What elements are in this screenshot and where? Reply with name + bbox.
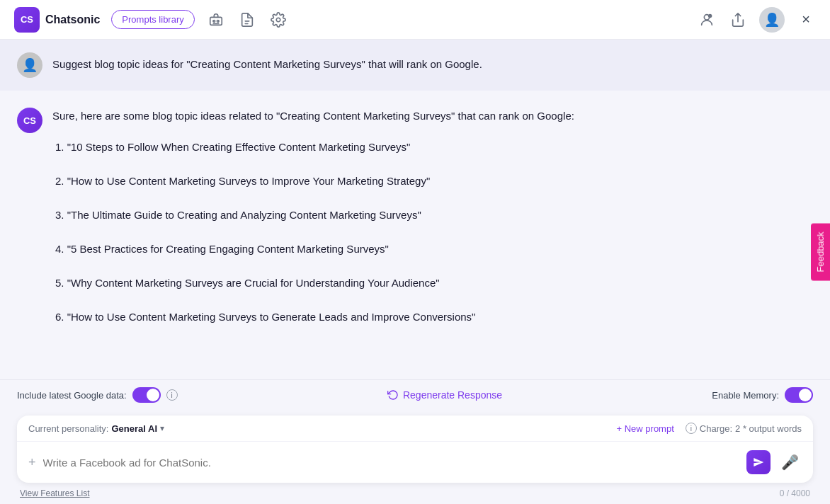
google-data-label: Include latest Google data: [17,390,127,401]
svg-point-1 [213,20,215,22]
user-settings-icon[interactable] [697,10,717,30]
input-container: Current personality: General AI ▾ + New … [17,416,813,483]
ai-avatar: CS [17,108,42,133]
header-icons [206,10,288,30]
ai-content: Sure, here are some blog topic ideas rel… [52,108,813,343]
charge-label: Charge: [700,423,732,434]
list-item: 1. "10 Steps to Follow When Creating Eff… [52,139,813,156]
word-count: 0 / 4000 [780,488,810,498]
list-item: 2. "How to Use Content Marketing Surveys… [52,173,813,190]
personality-dropdown[interactable]: General AI ▾ [111,423,164,434]
robot-icon[interactable] [206,10,226,30]
enable-memory-control: Enable Memory: [712,387,813,403]
charge-info: i Charge: 2 * output words [686,423,802,434]
personality-name: General AI [111,423,157,434]
chat-input[interactable] [43,457,739,469]
list-item: 4. "5 Best Practices for Creating Engagi… [52,241,813,258]
charge-value: 2 * output words [735,423,802,434]
memory-toggle[interactable] [785,387,813,403]
ai-intro-text: Sure, here are some blog topic ideas rel… [52,108,813,125]
list-item: 3. "The Ultimate Guide to Creating and A… [52,207,813,224]
send-button[interactable] [746,450,771,474]
personality-label: Current personality: [28,423,108,434]
puzzle-icon[interactable] [237,10,257,30]
logo-icon: CS [14,7,40,33]
user-avatar: 👤 [17,52,42,78]
memory-label: Enable Memory: [712,390,779,401]
header-right: 👤 × [697,7,816,33]
ai-message: CS Sure, here are some blog topic ideas … [0,91,830,379]
add-attachment-button[interactable]: + [28,455,36,470]
user-message: 👤 Suggest blog topic ideas for "Creating… [0,40,830,91]
charge-info-icon: i [686,423,697,434]
personality-left: Current personality: General AI ▾ [28,423,164,434]
google-data-control: Include latest Google data: i [17,387,178,403]
header: CS Chatsonic Prompts library [0,0,830,40]
ai-list: 1. "10 Steps to Follow When Creating Eff… [52,139,813,326]
chevron-down-icon: ▾ [160,423,164,433]
svg-point-3 [276,18,280,22]
svg-point-2 [217,20,219,22]
new-prompt-button[interactable]: + New prompt [617,423,674,434]
svg-point-5 [708,13,712,18]
feedback-tab[interactable]: Feedback [811,223,830,280]
prompts-library-button[interactable]: Prompts library [111,10,194,29]
bottom-bar: View Features List 0 / 4000 [8,483,822,504]
input-wrapper: Current personality: General AI ▾ + New … [0,410,830,504]
app-name: Chatsonic [45,13,100,26]
personality-right: + New prompt i Charge: 2 * output words [617,423,802,434]
list-item: 6. "How to Use Content Marketing Surveys… [52,309,813,326]
share-icon[interactable] [728,10,748,30]
microphone-button[interactable]: 🎤 [778,450,802,474]
chat-area: 👤 Suggest blog topic ideas for "Creating… [0,40,830,504]
avatar[interactable]: 👤 [759,7,785,33]
google-data-toggle[interactable] [132,387,161,403]
regenerate-button[interactable]: Regenerate Response [387,389,502,401]
settings-icon[interactable] [268,10,288,30]
controls-bar: Include latest Google data: i Regenerate… [0,379,830,410]
regenerate-label: Regenerate Response [403,389,502,401]
close-button[interactable]: × [796,10,816,30]
text-input-row: + 🎤 [17,442,813,483]
logo-area: CS Chatsonic [14,7,100,33]
view-features-link[interactable]: View Features List [20,488,90,498]
list-item: 5. "Why Content Marketing Surveys are Cr… [52,275,813,292]
google-data-info-icon[interactable]: i [166,389,178,401]
user-message-text: Suggest blog topic ideas for "Creating C… [52,52,482,73]
personality-bar: Current personality: General AI ▾ + New … [17,416,813,442]
